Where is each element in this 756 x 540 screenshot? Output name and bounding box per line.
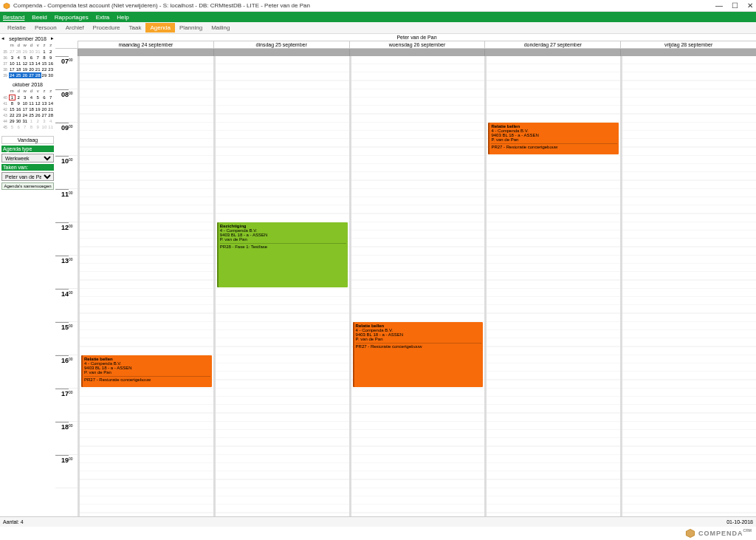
cal-day[interactable]: 29 [41,72,48,78]
cal-day[interactable]: 1 [28,118,35,124]
tab-procedure[interactable]: Procedure [89,23,125,33]
day-column-4[interactable] [620,56,756,516]
cal-day[interactable]: 17 [9,66,16,72]
cal-day[interactable]: 18 [16,66,22,72]
event[interactable]: Relatie bellen4 - Compenda B.V.9403 BL 1… [81,355,212,387]
allday-slot[interactable] [78,49,213,56]
cal-day[interactable]: 30 [47,72,54,78]
menu-rapportages[interactable]: Rapportages [55,14,89,21]
cal-day[interactable]: 3 [21,95,28,100]
takenvan-select[interactable]: Peter van de Pan [1,172,54,181]
menu-help[interactable]: Help [117,14,128,21]
allday-slot[interactable] [349,49,485,56]
cal-day[interactable]: 14 [47,100,54,106]
cal-day[interactable]: 6 [41,95,48,100]
event[interactable]: Relatie bellen4 - Compenda B.V.9403 BL 1… [488,123,619,154]
cal-day[interactable]: 28 [47,112,54,118]
day-header-4[interactable]: vrijdag 28 september [620,41,756,48]
cal-day[interactable]: 18 [28,106,35,112]
cal-day[interactable]: 11 [16,61,22,66]
cal-day[interactable]: 4 [47,118,54,124]
allday-slot[interactable] [620,49,756,56]
cal-day[interactable]: 24 [9,72,16,78]
tab-taak[interactable]: Taak [125,23,146,33]
cal-day[interactable]: 8 [41,55,48,61]
cal-day[interactable]: 20 [28,66,35,72]
cal-day[interactable]: 5 [21,55,28,61]
cal-day[interactable]: 2 [47,49,54,55]
cal-day[interactable]: 19 [21,66,28,72]
cal-day[interactable]: 16 [16,106,22,112]
cal-day[interactable]: 13 [41,100,48,106]
merge-agendas-button[interactable]: Agenda's samenvoegen [1,182,54,190]
cal-day[interactable]: 8 [28,124,35,130]
day-header-0[interactable]: maandag 24 september [78,41,213,48]
cal-day[interactable]: 23 [47,66,54,72]
prev-month-icon[interactable]: ◂ [1,35,4,41]
cal-day[interactable]: 2 [16,95,22,100]
day-column-3[interactable]: Relatie bellen4 - Compenda B.V.9403 BL 1… [484,56,620,516]
cal-day[interactable]: 9 [47,55,54,61]
cal-day[interactable]: 7 [35,55,41,61]
cal-day[interactable]: 4 [28,95,35,100]
day-column-1[interactable]: Bezichtiging4 - Compenda B.V.9403 BL 18 … [213,56,349,516]
cal-day[interactable]: 27 [41,112,48,118]
today-button[interactable]: Vandaag [1,136,54,144]
cal-day[interactable]: 25 [16,72,22,78]
cal-day[interactable]: 22 [9,112,16,118]
cal-day[interactable]: 26 [21,72,28,78]
cal-day[interactable]: 21 [35,66,41,72]
cal-day[interactable]: 3 [41,118,48,124]
maximize-button[interactable]: ☐ [732,1,738,10]
menu-extra[interactable]: Extra [96,14,110,21]
tab-relatie[interactable]: Relatie [3,23,30,33]
tab-planning[interactable]: Planning [175,23,207,33]
cal-day[interactable]: 5 [35,95,41,100]
cal-day[interactable]: 15 [9,106,16,112]
cal-day[interactable]: 19 [35,106,41,112]
cal-day[interactable]: 29 [9,118,16,124]
cal-day[interactable]: 6 [28,55,35,61]
day-column-0[interactable]: Relatie bellen4 - Compenda B.V.9403 BL 1… [78,56,213,516]
agendatype-select[interactable]: Werkweek [1,154,54,163]
day-header-1[interactable]: dinsdag 25 september [213,41,349,48]
cal-day[interactable]: 12 [35,100,41,106]
cal-day[interactable]: 22 [41,66,48,72]
cal-day[interactable]: 1 [41,49,48,55]
cal-day[interactable]: 1 [9,95,16,100]
tab-agenda[interactable]: Agenda [145,23,175,33]
cal-day[interactable]: 11 [28,100,35,106]
cal-day[interactable]: 14 [35,61,41,66]
cal-day[interactable]: 27 [9,49,16,55]
cal-day[interactable]: 29 [21,49,28,55]
cal-day[interactable]: 31 [35,49,41,55]
cal-day[interactable]: 12 [21,61,28,66]
cal-day[interactable]: 31 [21,118,28,124]
tab-persoon[interactable]: Persoon [30,23,61,33]
day-header-3[interactable]: donderdag 27 september [484,41,620,48]
minimize-button[interactable]: — [715,1,723,10]
cal-day[interactable]: 24 [21,112,28,118]
allday-slot[interactable] [484,49,620,56]
cal-day[interactable]: 30 [28,49,35,55]
cal-day[interactable]: 16 [47,61,54,66]
cal-day[interactable]: 9 [35,124,41,130]
next-month-icon[interactable]: ▸ [51,35,54,41]
cal-day[interactable]: 5 [9,124,16,130]
cal-day[interactable]: 30 [16,118,22,124]
cal-day[interactable]: 7 [47,95,54,100]
cal-day[interactable]: 20 [41,106,48,112]
close-button[interactable]: ✕ [747,1,753,10]
cal-day[interactable]: 28 [35,72,41,78]
cal-day[interactable]: 2 [35,118,41,124]
cal-day[interactable]: 7 [21,124,28,130]
event[interactable]: Relatie bellen4 - Compenda B.V.9403 BL 1… [353,322,484,387]
cal-day[interactable]: 6 [16,124,22,130]
cal-day[interactable]: 3 [9,55,16,61]
cal-day[interactable]: 17 [21,106,28,112]
cal-day[interactable]: 27 [28,72,35,78]
menu-bestand[interactable]: Bestand [3,14,24,21]
cal-day[interactable]: 10 [41,124,48,130]
cal-day[interactable]: 25 [28,112,35,118]
cal-day[interactable]: 23 [16,112,22,118]
